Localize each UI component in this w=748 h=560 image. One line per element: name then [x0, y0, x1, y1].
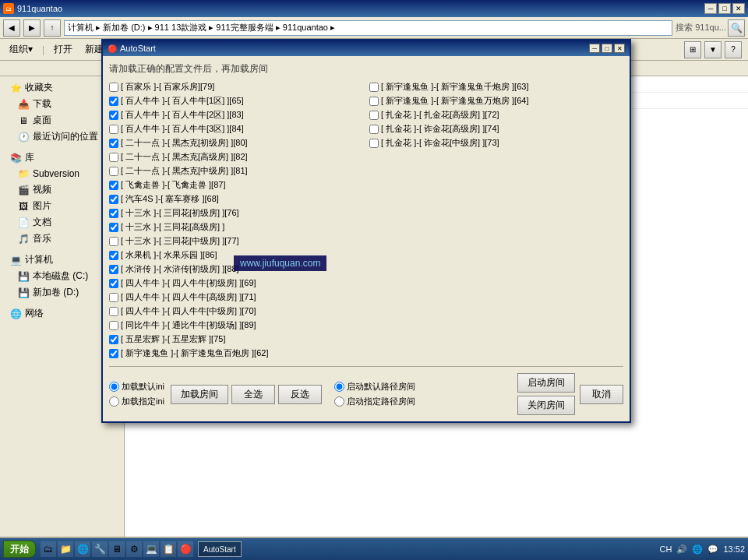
checkbox-bairen3[interactable]: [109, 125, 118, 134]
checkbox-zajinhua1[interactable]: [369, 111, 379, 120]
checkbox-item: [ 十三水 ]-[ 三同花[高级房] ]: [109, 220, 363, 234]
checkbox-item: [ 四人牛牛 ]-[ 四人牛牛[高级房] ][71]: [109, 291, 363, 304]
view-list-button[interactable]: ▼: [704, 41, 722, 58]
dialog-title-bar: 🔴 AutoStart ─ □ ✕: [103, 41, 630, 56]
view-icon-button[interactable]: ⊞: [684, 41, 701, 58]
radio-custom-ini[interactable]: 加载指定ini: [109, 396, 164, 407]
checkbox-xinyuyu3[interactable]: [109, 349, 118, 358]
checkbox-xinyuyu1[interactable]: [369, 83, 379, 92]
address-field[interactable]: 计算机 ▸ 新加卷 (D:) ▸ 911 13款游戏 ▸ 911完整服务端 ▸ …: [64, 20, 672, 36]
deselect-button[interactable]: 反选: [278, 385, 322, 404]
search-button[interactable]: 🔍: [728, 19, 745, 37]
tray-vol: 🔊: [676, 544, 687, 555]
checkbox-bairen2[interactable]: [109, 111, 118, 120]
checkbox-item: [ 百人牛牛 ]-[ 百人牛牛[1区] ][65]: [109, 94, 363, 107]
checkbox-13water3[interactable]: [109, 237, 118, 246]
radio-group-left: 加载默认ini 加载指定ini: [109, 381, 164, 407]
checkbox-zajinhua2[interactable]: [369, 125, 379, 134]
window-icon: 🗂: [3, 3, 14, 14]
address-text: 计算机 ▸ 新加卷 (D:) ▸ 911 13款游戏 ▸ 911完整服务端 ▸ …: [68, 22, 335, 33]
maximize-button[interactable]: □: [718, 3, 731, 14]
disk-c-icon: 💾: [17, 270, 30, 283]
taskbar-icon-4[interactable]: 🔧: [92, 541, 108, 557]
close-button[interactable]: ✕: [732, 3, 745, 14]
taskbar-icon-6[interactable]: ⚙: [126, 541, 142, 557]
checkbox-21point2[interactable]: [109, 153, 118, 162]
taskbar-active-item[interactable]: AutoStart: [198, 541, 242, 557]
checkbox-4person1[interactable]: [109, 279, 118, 288]
select-all-button[interactable]: 全选: [231, 385, 275, 404]
checkbox-car4s[interactable]: [109, 195, 118, 204]
start-room-button[interactable]: 启动房间: [517, 373, 575, 393]
checkbox-empty5: [369, 206, 623, 220]
checkbox-13water2[interactable]: [109, 223, 118, 232]
checkbox-empty6: [369, 220, 623, 234]
checkbox-item: [ 扎金花 ]-[ 扎金花[高级房] ][72]: [369, 108, 623, 122]
checkbox-item: [ 新宇逢鬼鱼 ]-[ 新宇逢鬼鱼千炮房 ][63]: [369, 80, 623, 93]
dialog-close[interactable]: ✕: [614, 44, 625, 53]
checkbox-item: [ 二十一点 ]-[ 黑杰克[高级房] ][82]: [109, 150, 363, 164]
checkbox-item: [ 汽车4S ]-[ 塞车赛移 ][68]: [109, 192, 363, 206]
checkbox-13water1[interactable]: [109, 209, 118, 218]
forward-button[interactable]: ▶: [23, 19, 41, 37]
close-room-button[interactable]: 关闭房间: [517, 396, 575, 415]
up-button[interactable]: ↑: [44, 19, 61, 37]
checkbox-bairen1[interactable]: [109, 97, 118, 106]
taskbar-icon-8[interactable]: 📋: [161, 541, 176, 557]
radio-custom-path[interactable]: 启动指定路径房间: [334, 396, 415, 407]
checkbox-4person3[interactable]: [109, 307, 118, 316]
taskbar-clock: 13:52: [723, 544, 745, 554]
videos-icon: 🎬: [17, 184, 30, 196]
checkbox-empty7: [369, 234, 623, 248]
checkbox-empty2: [369, 164, 623, 178]
search-label: 搜索 911qu...: [676, 22, 726, 33]
checkbox-21point1[interactable]: [109, 139, 118, 148]
taskbar-icon-9[interactable]: 🔴: [178, 541, 193, 557]
dialog-maximize[interactable]: □: [602, 44, 612, 53]
checkbox-empty3: [369, 178, 623, 192]
organize-button[interactable]: 组织▾: [6, 41, 36, 58]
library-icon: 📚: [9, 152, 22, 164]
tray-ch: CH: [660, 544, 672, 554]
cancel-button[interactable]: 取消: [580, 385, 623, 404]
checkbox-21point3[interactable]: [109, 167, 118, 176]
checkbox-item: [ 十三水 ]-[ 三同花[中级房] ][77]: [109, 234, 363, 248]
dialog-title-text: AutoStart: [120, 44, 156, 53]
checkbox-xinyuyu2[interactable]: [369, 97, 379, 106]
title-bar: 🗂 911quantao ─ □ ✕: [0, 0, 748, 17]
taskbar-icon-7[interactable]: 💻: [143, 541, 159, 557]
back-button[interactable]: ◀: [3, 19, 20, 37]
load-room-button[interactable]: 加载房间: [171, 385, 228, 404]
radio-default-path[interactable]: 启动默认路径房间: [334, 381, 415, 393]
checkbox-zajinhua3[interactable]: [369, 139, 379, 148]
taskbar-icon-1[interactable]: 🗂: [41, 541, 56, 557]
checkbox-empty14: [369, 333, 623, 346]
checkbox-baijiale[interactable]: [109, 83, 118, 92]
checkbox-item: [ 二十一点 ]-[ 黑杰克[中级房] ][81]: [109, 164, 363, 178]
checkbox-item: [ 扎金花 ]-[ 诈金花[中级房] ][73]: [369, 136, 623, 150]
checkbox-item: [ 新宇逢鬼鱼 ]-[ 新宇逢鬼鱼百炮房 ][62]: [109, 347, 363, 360]
radio-group-right: 启动默认路径房间 启动指定路径房间: [334, 381, 415, 407]
minimize-button[interactable]: ─: [704, 3, 717, 14]
taskbar-icon-3[interactable]: 🌐: [75, 541, 90, 557]
checkbox-item: [ 新宇逢鬼鱼 ]-[ 新宇逢鬼鱼万炮房 ][64]: [369, 94, 623, 107]
start-button[interactable]: 开始: [3, 541, 36, 558]
checkbox-feiqin[interactable]: [109, 181, 118, 190]
taskbar-icon-2[interactable]: 📁: [58, 541, 73, 557]
open-button[interactable]: 打开: [51, 41, 76, 58]
dialog-minimize[interactable]: ─: [589, 44, 600, 53]
dialog-title-icon: 🔴: [108, 44, 117, 53]
start-button-label: 开始: [10, 543, 29, 556]
help-button[interactable]: ?: [725, 41, 742, 58]
checkbox-tongbi[interactable]: [109, 321, 118, 330]
checkbox-5star[interactable]: [109, 335, 118, 344]
checkbox-empty8: [369, 248, 623, 262]
checkbox-4person2[interactable]: [109, 293, 118, 302]
radio-default-ini[interactable]: 加载默认ini: [109, 381, 164, 393]
btn-group-left: 加载房间 全选 反选: [171, 385, 322, 404]
taskbar-icon-5[interactable]: 🖥: [109, 541, 125, 557]
checkbox-shuihu[interactable]: [109, 265, 118, 274]
checkbox-item: [ 五星宏辉 ]-[ 五星宏辉 ][75]: [109, 333, 363, 346]
checkbox-item: [ 百人牛牛 ]-[ 百人牛牛[2区] ][83]: [109, 108, 363, 122]
checkbox-fruit[interactable]: [109, 251, 118, 260]
